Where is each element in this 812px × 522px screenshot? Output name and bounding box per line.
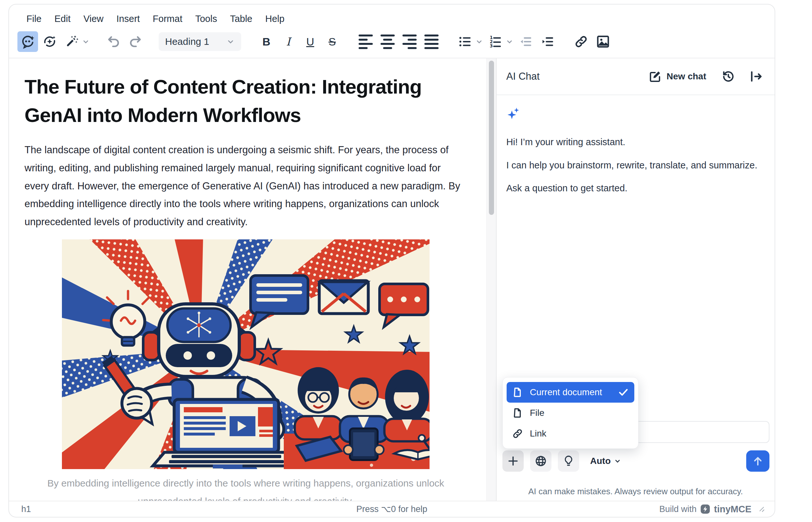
undo-button[interactable] xyxy=(103,31,124,52)
align-right-button[interactable] xyxy=(399,31,420,52)
italic-glyph: I xyxy=(286,35,290,48)
context-option-current-document[interactable]: Current document xyxy=(507,382,634,403)
branding[interactable]: Build with tinyMCE xyxy=(659,504,765,515)
attach-context-menu: Current document File Link xyxy=(502,377,639,449)
ai-chat-header: AI Chat New chat xyxy=(497,58,775,95)
compose-icon xyxy=(648,70,662,83)
context-option-file[interactable]: File xyxy=(507,403,634,423)
document-heading[interactable]: The Future of Content Creation: Integrat… xyxy=(24,73,467,129)
svg-text:3: 3 xyxy=(490,43,493,48)
strikethrough-button[interactable]: S xyxy=(322,31,342,52)
bold-button[interactable]: B xyxy=(256,31,277,52)
ai-improve-button[interactable] xyxy=(61,31,82,52)
outdent-icon xyxy=(518,34,533,49)
indent-button[interactable] xyxy=(537,31,558,52)
undo-icon xyxy=(106,34,121,49)
send-button[interactable] xyxy=(746,450,769,472)
check-icon xyxy=(618,386,629,398)
article-illustration-svg xyxy=(62,239,430,469)
statusbar: h1 Press ⌥0 for help Build with tinyMCE xyxy=(9,501,775,517)
italic-button[interactable]: I xyxy=(278,31,299,52)
file-icon xyxy=(512,407,523,419)
menu-format[interactable]: Format xyxy=(148,11,188,27)
ai-chat-icon xyxy=(20,34,35,49)
align-right-icon xyxy=(402,35,417,49)
composer-toolbar: Auto xyxy=(502,450,769,472)
attach-button[interactable] xyxy=(502,450,524,472)
format-select[interactable]: Heading 1 xyxy=(159,32,241,51)
chat-history-button[interactable] xyxy=(721,69,735,84)
align-left-button[interactable] xyxy=(355,31,376,52)
numbered-list-chevron-icon[interactable] xyxy=(505,37,514,46)
context-option-link[interactable]: Link xyxy=(507,423,634,444)
menubar: File Edit View Insert Format Tools Table… xyxy=(9,4,775,27)
globe-icon xyxy=(534,455,547,467)
element-path[interactable]: h1 xyxy=(21,504,31,514)
insert-link-button[interactable] xyxy=(571,31,591,52)
lightbulb-icon xyxy=(562,455,575,467)
editor-window: File Edit View Insert Format Tools Table… xyxy=(8,4,775,518)
menu-view[interactable]: View xyxy=(78,11,109,27)
image-caption[interactable]: By embedding intelligence directly into … xyxy=(30,474,462,501)
align-center-button[interactable] xyxy=(377,31,398,52)
magic-wand-icon xyxy=(64,34,79,49)
align-left-icon xyxy=(359,35,373,49)
chat-message: I can help you brainstorm, rewrite, tran… xyxy=(506,158,758,173)
document-paragraph[interactable]: The landscape of digital content creatio… xyxy=(24,141,467,231)
menu-tools[interactable]: Tools xyxy=(190,11,222,27)
bullet-list-button[interactable] xyxy=(455,31,475,52)
bullet-list-icon xyxy=(458,34,473,49)
ai-disclaimer: AI can make mistakes. Always review outp… xyxy=(497,486,775,497)
underline-button[interactable]: U xyxy=(300,31,320,52)
collapse-panel-icon xyxy=(749,69,763,84)
ai-chat-title: AI Chat xyxy=(506,71,540,82)
underline-glyph: U xyxy=(306,36,314,48)
editor-scrollbar-thumb[interactable] xyxy=(489,61,494,215)
editor-scrollbar-track[interactable] xyxy=(486,58,496,501)
ai-chat-toggle-button[interactable] xyxy=(17,31,38,52)
insert-image-button[interactable] xyxy=(593,31,613,52)
menu-table[interactable]: Table xyxy=(225,11,257,27)
magic-wand-chevron-icon[interactable] xyxy=(81,37,90,46)
context-option-label: Link xyxy=(530,428,546,439)
arrow-up-icon xyxy=(752,455,764,467)
ai-sparkles-icon xyxy=(506,106,521,121)
justify-button[interactable] xyxy=(421,31,442,52)
editor-content-area[interactable]: The Future of Content Creation: Integrat… xyxy=(9,58,496,501)
tinymce-logo-icon xyxy=(700,504,711,515)
redo-button[interactable] xyxy=(125,31,146,52)
toolbar: Heading 1 B I U S xyxy=(9,27,775,58)
help-shortcut-text: Press ⌥0 for help xyxy=(356,504,427,514)
menu-file[interactable]: File xyxy=(21,11,47,27)
history-icon xyxy=(721,69,735,84)
menu-insert[interactable]: Insert xyxy=(111,11,145,27)
model-selector[interactable]: Auto xyxy=(590,456,622,466)
context-option-label: Current document xyxy=(530,387,602,398)
document-icon xyxy=(512,386,523,398)
numbered-list-icon: 1 2 3 xyxy=(488,34,503,49)
bullet-list-chevron-icon[interactable] xyxy=(475,37,484,46)
image-icon xyxy=(596,34,610,49)
ai-chat-panel: AI Chat New chat xyxy=(496,58,775,501)
chat-message: Ask a question to get started. xyxy=(506,181,758,196)
chat-message-list: Hi! I’m your writing assistant. I can he… xyxy=(497,95,775,206)
new-chat-label: New chat xyxy=(667,71,706,82)
menu-edit[interactable]: Edit xyxy=(49,11,76,27)
suggestions-button[interactable] xyxy=(558,450,579,472)
branding-prefix: Build with xyxy=(659,504,696,514)
web-search-button[interactable] xyxy=(530,450,551,472)
ai-shortcuts-button[interactable] xyxy=(39,31,60,52)
outdent-button[interactable] xyxy=(515,31,536,52)
ai-shortcuts-icon xyxy=(42,34,57,49)
menu-help[interactable]: Help xyxy=(260,11,290,27)
chat-collapse-button[interactable] xyxy=(749,69,763,84)
align-center-icon xyxy=(380,35,395,49)
resize-handle-icon[interactable] xyxy=(758,506,765,512)
chevron-down-icon xyxy=(226,37,235,46)
format-select-value: Heading 1 xyxy=(165,36,209,47)
article-illustration[interactable] xyxy=(62,239,430,469)
strikethrough-glyph: S xyxy=(329,36,336,48)
numbered-list-button[interactable]: 1 2 3 xyxy=(485,31,506,52)
new-chat-button[interactable]: New chat xyxy=(648,70,706,83)
link-icon xyxy=(574,34,588,49)
